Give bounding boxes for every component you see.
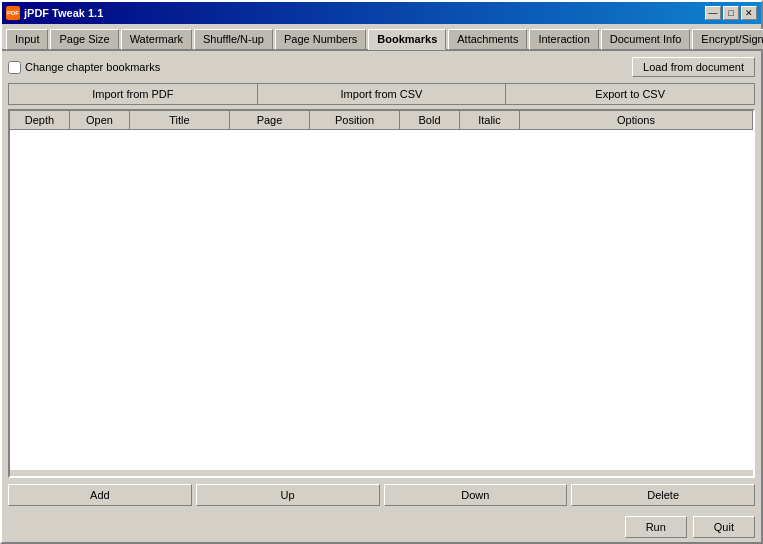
add-button[interactable]: Add: [8, 484, 192, 506]
run-quit-row: Run Quit: [2, 512, 761, 542]
column-header-open: Open: [70, 111, 130, 129]
column-header-depth: Depth: [10, 111, 70, 129]
down-button[interactable]: Down: [384, 484, 568, 506]
tab-page-numbers[interactable]: Page Numbers: [275, 29, 366, 50]
toolbar-row: Change chapter bookmarks Load from docum…: [8, 57, 755, 77]
import-from-pdf-button[interactable]: Import from PDF: [8, 83, 257, 105]
tabs-bar: InputPage SizeWatermarkShuffle/N-upPage …: [2, 24, 761, 51]
checkbox-label-text: Change chapter bookmarks: [25, 61, 160, 73]
table-header: Depth Open Title Page Position Bold Ital…: [10, 111, 753, 130]
tab-interaction[interactable]: Interaction: [529, 29, 598, 50]
column-header-title: Title: [130, 111, 230, 129]
import-export-row: Import from PDF Import from CSV Export t…: [8, 83, 755, 105]
up-button[interactable]: Up: [196, 484, 380, 506]
column-header-position: Position: [310, 111, 400, 129]
quit-button[interactable]: Quit: [693, 516, 755, 538]
close-button[interactable]: ✕: [741, 6, 757, 20]
title-bar: PDF jPDF Tweak 1.1 — □ ✕: [2, 2, 761, 24]
app-icon: PDF: [6, 6, 20, 20]
column-header-options: Options: [520, 111, 753, 129]
column-header-italic: Italic: [460, 111, 520, 129]
run-button[interactable]: Run: [625, 516, 687, 538]
content-area: Change chapter bookmarks Load from docum…: [2, 51, 761, 512]
tab-watermark[interactable]: Watermark: [121, 29, 192, 50]
export-to-csv-button[interactable]: Export to CSV: [505, 83, 755, 105]
tab-attachments[interactable]: Attachments: [448, 29, 527, 50]
column-header-bold: Bold: [400, 111, 460, 129]
minimize-button[interactable]: —: [705, 6, 721, 20]
change-chapter-checkbox-label[interactable]: Change chapter bookmarks: [8, 61, 160, 74]
tab-bookmarks[interactable]: Bookmarks: [368, 29, 446, 50]
import-from-csv-button[interactable]: Import from CSV: [257, 83, 506, 105]
bookmarks-table-container: Depth Open Title Page Position Bold Ital…: [8, 109, 755, 478]
tab-document-info[interactable]: Document Info: [601, 29, 691, 50]
tab-encrypt-sign[interactable]: Encrypt/Sign: [692, 29, 763, 50]
tab-shuffle[interactable]: Shuffle/N-up: [194, 29, 273, 50]
tab-page-size[interactable]: Page Size: [50, 29, 118, 50]
window-title: jPDF Tweak 1.1: [24, 7, 103, 19]
delete-button[interactable]: Delete: [571, 484, 755, 506]
window-controls: — □ ✕: [705, 6, 757, 20]
column-header-page: Page: [230, 111, 310, 129]
table-body: [10, 130, 753, 470]
tab-input[interactable]: Input: [6, 29, 48, 50]
load-from-document-button[interactable]: Load from document: [632, 57, 755, 77]
maximize-button[interactable]: □: [723, 6, 739, 20]
title-bar-left: PDF jPDF Tweak 1.1: [6, 6, 103, 20]
change-chapter-checkbox[interactable]: [8, 61, 21, 74]
main-window: PDF jPDF Tweak 1.1 — □ ✕ InputPage SizeW…: [0, 0, 763, 544]
bottom-buttons: Add Up Down Delete: [8, 484, 755, 506]
